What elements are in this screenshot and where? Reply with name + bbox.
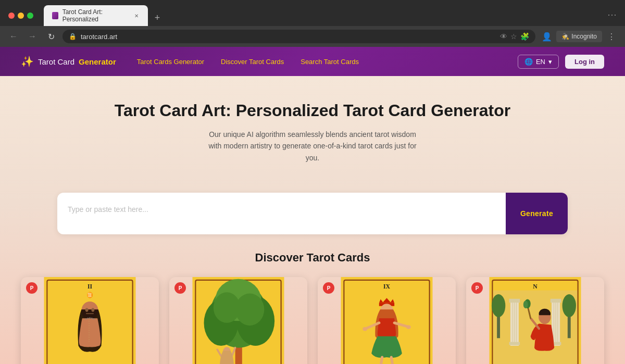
profile-icon: 👤 bbox=[540, 29, 554, 44]
discover-title: Discover Tarot Cards bbox=[21, 251, 604, 265]
eye-off-icon: 👁 bbox=[500, 32, 507, 41]
svg-point-11 bbox=[91, 318, 93, 319]
login-button[interactable]: Log in bbox=[565, 55, 604, 69]
svg-point-12 bbox=[93, 318, 94, 320]
nav-link-generator[interactable]: Tarot Cards Generator bbox=[137, 58, 204, 66]
svg-point-6 bbox=[91, 308, 94, 312]
card-pin-2: P bbox=[174, 282, 186, 294]
svg-point-33 bbox=[362, 327, 367, 331]
close-button[interactable] bbox=[8, 12, 15, 19]
window-controls: ⋯ bbox=[607, 9, 617, 22]
hero-subtitle: Our unique AI algorithm seamlessly blend… bbox=[203, 129, 422, 164]
hero-title: Tarot Card Art: Personalized Tarot Card … bbox=[21, 101, 604, 120]
tarot-card-1[interactable]: P II ♊ bbox=[21, 277, 159, 364]
globe-icon: 🌐 bbox=[524, 58, 533, 66]
svg-point-10 bbox=[89, 317, 91, 319]
site-navigation: ✨ Tarot Card Generator Tarot Cards Gener… bbox=[0, 47, 625, 76]
tab-bar: Tarot Card Art: Personalized ✕ + bbox=[44, 5, 603, 26]
browser-chrome: Tarot Card Art: Personalized ✕ + ⋯ ← → ↻… bbox=[0, 0, 625, 47]
extensions-icon[interactable]: 🧩 bbox=[520, 32, 529, 41]
tarot-card-2[interactable]: P bbox=[169, 277, 307, 364]
svg-text:II: II bbox=[88, 283, 93, 290]
logo-text-generator: Generator bbox=[79, 57, 116, 66]
lang-label: EN bbox=[536, 58, 545, 66]
address-bar[interactable]: 🔒 tarotcard.art 👁 ☆ 🧩 bbox=[63, 30, 535, 43]
forward-button[interactable]: → bbox=[25, 29, 40, 44]
svg-point-5 bbox=[85, 308, 89, 312]
svg-text:IX: IX bbox=[383, 283, 391, 290]
active-tab[interactable]: Tarot Card Art: Personalized ✕ bbox=[44, 5, 148, 26]
svg-rect-49 bbox=[509, 342, 520, 345]
hero-section: Tarot Card Art: Personalized Tarot Card … bbox=[0, 76, 625, 180]
svg-text:♊: ♊ bbox=[86, 292, 93, 298]
card-pin-4: P bbox=[471, 282, 483, 294]
menu-icon[interactable]: ⋮ bbox=[604, 29, 619, 44]
refresh-button[interactable]: ↻ bbox=[44, 29, 58, 44]
traffic-lights bbox=[8, 12, 33, 19]
svg-point-63 bbox=[523, 301, 528, 309]
svg-point-46 bbox=[562, 294, 576, 317]
card-pin-3: P bbox=[323, 282, 334, 294]
minimize-button[interactable] bbox=[18, 12, 24, 19]
tab-favicon bbox=[52, 12, 58, 19]
cards-grid: P II ♊ bbox=[21, 277, 604, 364]
fullscreen-button[interactable] bbox=[27, 12, 33, 19]
incognito-icon: 🕵️ bbox=[561, 33, 569, 40]
logo-icon: ✨ bbox=[21, 55, 34, 68]
nav-link-search[interactable]: Search Tarot Cards bbox=[301, 58, 359, 66]
discover-section: Discover Tarot Cards P II ♊ bbox=[0, 234, 625, 364]
tab-title: Tarot Card Art: Personalized bbox=[63, 8, 128, 23]
svg-point-22 bbox=[235, 294, 265, 326]
incognito-button[interactable]: 🕵️ Incognito bbox=[556, 31, 602, 42]
tarot-card-3[interactable]: P IX bbox=[318, 277, 456, 364]
nav-links: Tarot Cards Generator Discover Tarot Car… bbox=[137, 58, 497, 66]
lock-icon: 🔒 bbox=[69, 33, 77, 40]
chevron-down-icon: ▾ bbox=[548, 58, 552, 66]
generate-button[interactable]: Generate bbox=[506, 193, 568, 234]
tarot-card-4[interactable]: P N bbox=[466, 277, 604, 364]
logo-text-tarot: Tarot Card bbox=[38, 57, 74, 66]
svg-text:N: N bbox=[533, 283, 538, 290]
site-main: Tarot Card Art: Personalized Tarot Card … bbox=[0, 76, 625, 364]
url-text: tarotcard.art bbox=[81, 33, 496, 41]
svg-point-9 bbox=[87, 318, 89, 319]
svg-rect-54 bbox=[551, 299, 561, 303]
back-button[interactable]: ← bbox=[6, 29, 21, 44]
nav-link-discover[interactable]: Discover Tarot Cards bbox=[221, 58, 284, 66]
browser-toolbar: ← → ↻ 🔒 tarotcard.art 👁 ☆ 🧩 👤 🕵️ Incogni… bbox=[0, 26, 625, 47]
incognito-label: Incognito bbox=[571, 33, 597, 40]
svg-rect-48 bbox=[509, 299, 520, 303]
svg-point-44 bbox=[492, 294, 505, 317]
language-selector[interactable]: 🌐 EN ▾ bbox=[518, 55, 559, 69]
website-content: ✨ Tarot Card Generator Tarot Cards Gener… bbox=[0, 47, 625, 364]
star-icon[interactable]: ☆ bbox=[510, 32, 517, 41]
svg-point-8 bbox=[85, 318, 87, 320]
card-pin-1: P bbox=[26, 282, 38, 294]
search-box: Generate bbox=[57, 193, 568, 234]
site-logo[interactable]: ✨ Tarot Card Generator bbox=[21, 55, 116, 68]
search-input[interactable] bbox=[57, 193, 506, 234]
tab-close-icon[interactable]: ✕ bbox=[133, 12, 140, 19]
svg-point-34 bbox=[406, 325, 411, 329]
search-section: Generate bbox=[36, 193, 589, 234]
nav-right: 🌐 EN ▾ Log in bbox=[518, 55, 604, 69]
new-tab-button[interactable]: + bbox=[150, 10, 165, 25]
